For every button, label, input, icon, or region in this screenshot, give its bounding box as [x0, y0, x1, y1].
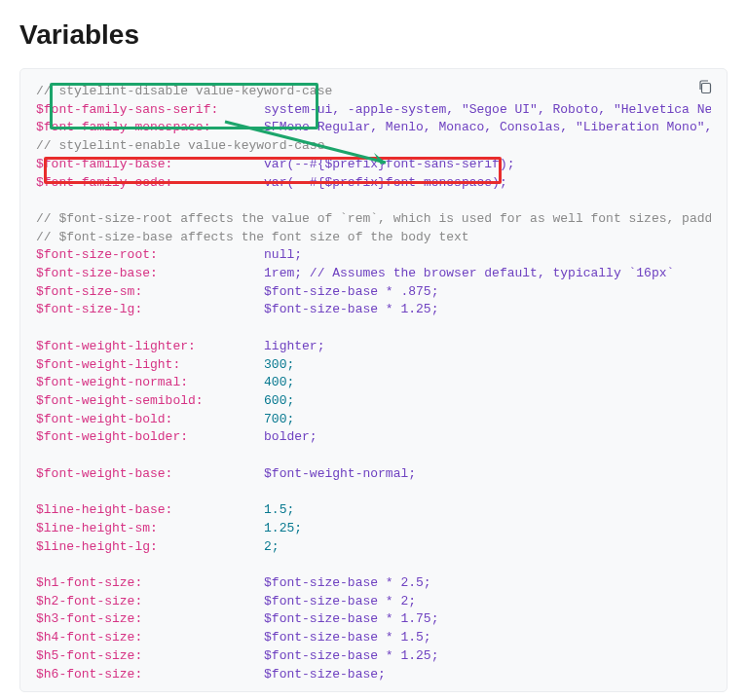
code-text: var(--#{$prefix}font-sans-serif); [172, 157, 514, 171]
code-text: 1.25; [158, 521, 302, 535]
code-block: // stylelint-disable value-keyword-case … [19, 68, 728, 692]
code-text: 300; [180, 357, 294, 372]
code-text: $font-size-base * 2.5; [142, 575, 430, 590]
code-line: $font-size-root: [36, 247, 158, 262]
code-line: $font-size-base: [36, 266, 158, 280]
code-text: system-ui, -apple-system, "Segoe UI", Ro… [218, 102, 711, 117]
code-text: SFMono-Regular, Menlo, Monaco, Consolas,… [210, 120, 711, 134]
code-line: $font-weight-bold: [36, 412, 172, 426]
code-line: $font-weight-semibold: [36, 393, 204, 408]
code-text: $font-size-base * 1.75; [142, 611, 438, 626]
code-line: $font-size-lg: [36, 302, 142, 316]
code-text: 400; [188, 375, 294, 389]
code-text: bolder; [188, 429, 317, 444]
code-line: $font-family-sans-serif: [36, 102, 218, 117]
code-text: 1.5; [172, 502, 294, 517]
code-text: lighter; [196, 339, 325, 353]
code-line: $font-family-base: [36, 157, 172, 171]
code-text: $font-size-base * 1.25; [142, 302, 438, 316]
code-line: $font-weight-light: [36, 357, 180, 372]
code-line: // stylelint-disable value-keyword-case [36, 84, 332, 98]
code-line: $font-weight-normal: [36, 375, 188, 389]
code-line: $font-size-sm: [36, 284, 142, 299]
code-text: 1rem; // Assumes the browser default, ty… [158, 266, 675, 280]
code-line: // $font-size-root affects the value of … [36, 211, 711, 226]
code-line: $font-weight-lighter: [36, 339, 196, 353]
code-line: $line-height-lg: [36, 539, 158, 554]
code-line: $h1-font-size: [36, 575, 142, 590]
code-line: // stylelint-enable value-keyword-case [36, 138, 324, 153]
code-content: // stylelint-disable value-keyword-case … [36, 83, 711, 683]
code-line: $line-height-base: [36, 502, 172, 517]
code-text: $font-size-base * 2; [142, 594, 416, 608]
code-text: $font-size-base * 1.25; [142, 648, 438, 663]
code-line: $font-family-monospace: [36, 120, 210, 134]
code-line: $font-family-code: [36, 175, 172, 190]
svg-rect-0 [702, 84, 711, 93]
code-line: $h5-font-size: [36, 648, 142, 663]
code-text: $font-size-base; [142, 667, 386, 682]
code-line: $line-height-sm: [36, 521, 158, 535]
copy-icon[interactable] [697, 79, 717, 98]
code-text: 700; [172, 412, 294, 426]
code-line: $h3-font-size: [36, 611, 142, 626]
code-text: $font-weight-normal; [172, 466, 416, 481]
code-line: $font-weight-base: [36, 466, 172, 481]
page-title: Variables [19, 19, 728, 51]
code-line: $h2-font-size: [36, 594, 142, 608]
code-text: $font-size-base * 1.5; [142, 630, 430, 645]
code-scroll[interactable]: // stylelint-disable value-keyword-case … [36, 83, 711, 683]
code-text: 600; [204, 393, 295, 408]
code-text: 2; [158, 539, 280, 554]
code-text: var(--#{$prefix}font-monospace); [172, 175, 506, 190]
code-line: $h6-font-size: [36, 667, 142, 682]
code-line: $font-weight-bolder: [36, 429, 188, 444]
code-line: // $font-size-base affects the font size… [36, 230, 469, 244]
code-text: $font-size-base * .875; [142, 284, 438, 299]
code-text: null; [158, 247, 302, 262]
code-line: $h4-font-size: [36, 630, 142, 645]
